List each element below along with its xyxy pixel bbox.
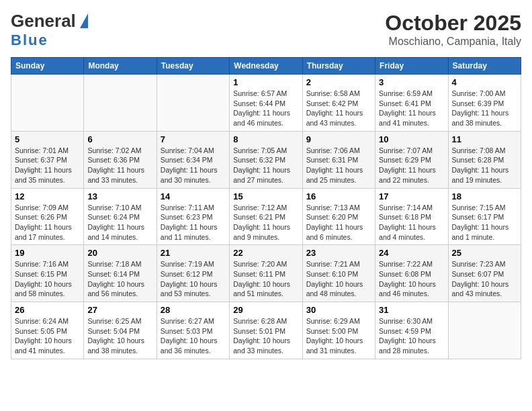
- day-info: Sunrise: 6:25 AMSunset: 5:04 PMDaylight:…: [87, 316, 152, 356]
- weekday-header: Wednesday: [230, 58, 302, 75]
- day-number: 4: [452, 77, 517, 87]
- weekday-header: Tuesday: [157, 58, 229, 75]
- calendar-table: SundayMondayTuesdayWednesdayThursdayFrid…: [11, 57, 521, 359]
- day-number: 20: [87, 248, 152, 258]
- day-number: 22: [233, 248, 298, 258]
- logo-blue: Blue: [11, 32, 48, 48]
- calendar-cell: 18Sunrise: 7:15 AMSunset: 6:17 PMDayligh…: [448, 188, 521, 245]
- day-info: Sunrise: 7:19 AMSunset: 6:12 PMDaylight:…: [161, 259, 226, 299]
- day-number: 11: [452, 134, 517, 144]
- calendar-cell: 29Sunrise: 6:28 AMSunset: 5:01 PMDayligh…: [230, 302, 302, 359]
- calendar-cell: 21Sunrise: 7:19 AMSunset: 6:12 PMDayligh…: [157, 245, 229, 302]
- calendar-cell: 28Sunrise: 6:27 AMSunset: 5:03 PMDayligh…: [157, 302, 229, 359]
- calendar-week-row: 1Sunrise: 6:57 AMSunset: 6:44 PMDaylight…: [11, 75, 521, 132]
- calendar-cell: 31Sunrise: 6:30 AMSunset: 4:59 PMDayligh…: [375, 302, 448, 359]
- calendar-cell: [84, 75, 157, 132]
- day-info: Sunrise: 7:16 AMSunset: 6:15 PMDaylight:…: [15, 259, 80, 299]
- calendar-header-row: SundayMondayTuesdayWednesdayThursdayFrid…: [11, 58, 521, 75]
- day-number: 9: [306, 134, 371, 144]
- day-info: Sunrise: 6:59 AMSunset: 6:41 PMDaylight:…: [379, 89, 444, 128]
- day-number: 24: [379, 248, 444, 258]
- day-number: 18: [452, 191, 517, 201]
- calendar-cell: 24Sunrise: 7:22 AMSunset: 6:08 PMDayligh…: [375, 245, 448, 302]
- calendar-cell: [157, 75, 229, 132]
- calendar-cell: 15Sunrise: 7:12 AMSunset: 6:21 PMDayligh…: [230, 188, 302, 245]
- day-info: Sunrise: 7:13 AMSunset: 6:20 PMDaylight:…: [306, 203, 371, 242]
- day-info: Sunrise: 6:57 AMSunset: 6:44 PMDaylight:…: [233, 89, 298, 128]
- day-number: 27: [87, 305, 152, 315]
- day-info: Sunrise: 6:58 AMSunset: 6:42 PMDaylight:…: [306, 89, 371, 128]
- day-number: 23: [306, 248, 371, 258]
- calendar-cell: 20Sunrise: 7:18 AMSunset: 6:14 PMDayligh…: [84, 245, 157, 302]
- day-info: Sunrise: 7:18 AMSunset: 6:14 PMDaylight:…: [87, 259, 152, 299]
- weekday-header: Thursday: [302, 58, 375, 75]
- calendar-week-row: 26Sunrise: 6:24 AMSunset: 5:05 PMDayligh…: [11, 302, 521, 359]
- calendar-cell: 1Sunrise: 6:57 AMSunset: 6:44 PMDaylight…: [230, 75, 302, 132]
- calendar-cell: 11Sunrise: 7:08 AMSunset: 6:28 PMDayligh…: [448, 131, 521, 188]
- calendar-cell: [11, 75, 84, 132]
- day-number: 2: [306, 77, 371, 87]
- day-number: 3: [379, 77, 444, 87]
- title-block: October 2025 Moschiano, Campania, Italy: [385, 11, 521, 48]
- day-number: 1: [233, 77, 298, 87]
- day-number: 17: [379, 191, 444, 201]
- day-info: Sunrise: 6:28 AMSunset: 5:01 PMDaylight:…: [233, 316, 298, 356]
- day-number: 5: [15, 134, 80, 144]
- calendar-cell: 2Sunrise: 6:58 AMSunset: 6:42 PMDaylight…: [302, 75, 375, 132]
- day-info: Sunrise: 7:12 AMSunset: 6:21 PMDaylight:…: [233, 203, 298, 242]
- weekday-header: Monday: [84, 58, 157, 75]
- day-info: Sunrise: 7:04 AMSunset: 6:34 PMDaylight:…: [161, 146, 226, 185]
- day-number: 13: [87, 191, 152, 201]
- day-number: 19: [15, 248, 80, 258]
- day-info: Sunrise: 7:08 AMSunset: 6:28 PMDaylight:…: [452, 146, 517, 185]
- weekday-header: Saturday: [448, 58, 521, 75]
- day-info: Sunrise: 6:29 AMSunset: 5:00 PMDaylight:…: [306, 316, 371, 356]
- day-number: 25: [452, 248, 517, 258]
- day-number: 10: [379, 134, 444, 144]
- calendar-cell: 30Sunrise: 6:29 AMSunset: 5:00 PMDayligh…: [302, 302, 375, 359]
- page-header: General Blue October 2025 Moschiano, Cam…: [11, 11, 521, 49]
- day-info: Sunrise: 7:10 AMSunset: 6:24 PMDaylight:…: [87, 203, 152, 242]
- logo: General Blue: [11, 11, 88, 49]
- day-info: Sunrise: 7:06 AMSunset: 6:31 PMDaylight:…: [306, 146, 371, 185]
- logo-triangle-icon: [80, 13, 88, 28]
- calendar-cell: 26Sunrise: 6:24 AMSunset: 5:05 PMDayligh…: [11, 302, 84, 359]
- calendar-cell: 10Sunrise: 7:07 AMSunset: 6:29 PMDayligh…: [375, 131, 448, 188]
- calendar-cell: 9Sunrise: 7:06 AMSunset: 6:31 PMDaylight…: [302, 131, 375, 188]
- day-number: 30: [306, 305, 371, 315]
- day-info: Sunrise: 6:24 AMSunset: 5:05 PMDaylight:…: [15, 316, 80, 356]
- calendar-cell: 25Sunrise: 7:23 AMSunset: 6:07 PMDayligh…: [448, 245, 521, 302]
- weekday-header: Sunday: [11, 58, 84, 75]
- calendar-cell: 7Sunrise: 7:04 AMSunset: 6:34 PMDaylight…: [157, 131, 229, 188]
- day-number: 7: [161, 134, 226, 144]
- day-number: 29: [233, 305, 298, 315]
- calendar-cell: 14Sunrise: 7:11 AMSunset: 6:23 PMDayligh…: [157, 188, 229, 245]
- day-info: Sunrise: 7:23 AMSunset: 6:07 PMDaylight:…: [452, 259, 517, 299]
- day-info: Sunrise: 6:30 AMSunset: 4:59 PMDaylight:…: [379, 316, 444, 356]
- calendar-cell: 8Sunrise: 7:05 AMSunset: 6:32 PMDaylight…: [230, 131, 302, 188]
- day-info: Sunrise: 7:07 AMSunset: 6:29 PMDaylight:…: [379, 146, 444, 185]
- logo-general: General: [11, 11, 76, 32]
- day-info: Sunrise: 7:09 AMSunset: 6:26 PMDaylight:…: [15, 203, 80, 242]
- day-info: Sunrise: 7:02 AMSunset: 6:36 PMDaylight:…: [87, 146, 152, 185]
- calendar-week-row: 19Sunrise: 7:16 AMSunset: 6:15 PMDayligh…: [11, 245, 521, 302]
- day-info: Sunrise: 7:21 AMSunset: 6:10 PMDaylight:…: [306, 259, 371, 299]
- calendar-cell: 27Sunrise: 6:25 AMSunset: 5:04 PMDayligh…: [84, 302, 157, 359]
- calendar-cell: 12Sunrise: 7:09 AMSunset: 6:26 PMDayligh…: [11, 188, 84, 245]
- calendar-cell: 22Sunrise: 7:20 AMSunset: 6:11 PMDayligh…: [230, 245, 302, 302]
- calendar-cell: 3Sunrise: 6:59 AMSunset: 6:41 PMDaylight…: [375, 75, 448, 132]
- calendar-cell: 4Sunrise: 7:00 AMSunset: 6:39 PMDaylight…: [448, 75, 521, 132]
- day-number: 6: [87, 134, 152, 144]
- day-number: 28: [161, 305, 226, 315]
- calendar-cell: 19Sunrise: 7:16 AMSunset: 6:15 PMDayligh…: [11, 245, 84, 302]
- day-number: 21: [161, 248, 226, 258]
- weekday-header: Friday: [375, 58, 448, 75]
- day-number: 8: [233, 134, 298, 144]
- day-number: 26: [15, 305, 80, 315]
- calendar-cell: 13Sunrise: 7:10 AMSunset: 6:24 PMDayligh…: [84, 188, 157, 245]
- day-number: 12: [15, 191, 80, 201]
- day-number: 15: [233, 191, 298, 201]
- month-title: October 2025: [385, 11, 521, 36]
- day-number: 31: [379, 305, 444, 315]
- calendar-week-row: 5Sunrise: 7:01 AMSunset: 6:37 PMDaylight…: [11, 131, 521, 188]
